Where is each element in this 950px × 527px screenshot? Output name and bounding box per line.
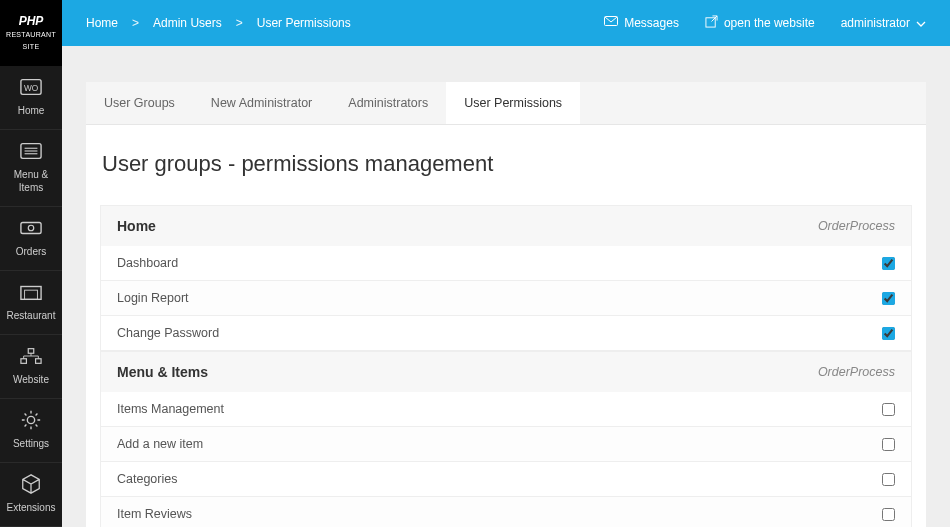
tabstrip: User Groups New Administrator Administra…: [86, 82, 926, 125]
perm-group-name: Menu & Items: [117, 364, 208, 380]
sitemap-icon: [20, 345, 42, 367]
topbar: Home > Admin Users > User Permissions Me…: [62, 0, 950, 46]
breadcrumb-sep: >: [236, 16, 243, 30]
sidebar-item-label: Restaurant: [7, 309, 56, 322]
perm-checkbox[interactable]: [882, 403, 895, 416]
perm-row: Item Reviews: [100, 497, 912, 527]
svg-rect-8: [21, 287, 41, 300]
breadcrumb: Home > Admin Users > User Permissions: [86, 16, 351, 30]
perm-label: Dashboard: [117, 256, 178, 270]
perm-group-column-label: OrderProcess: [818, 219, 895, 233]
perm-label: Categories: [117, 472, 177, 486]
perm-row: Add a new item: [100, 427, 912, 462]
sidebar: PHP RESTAURANT SITE WO Home Menu & Items…: [0, 0, 62, 527]
sidebar-item-home[interactable]: WO Home: [0, 66, 62, 130]
perm-checkbox[interactable]: [882, 327, 895, 340]
perm-group-name: Home: [117, 218, 156, 234]
perm-group-header: Home OrderProcess: [100, 205, 912, 246]
logo: PHP RESTAURANT SITE: [0, 0, 62, 66]
content: User Groups New Administrator Administra…: [62, 46, 950, 527]
svg-rect-6: [21, 223, 41, 234]
list-icon: [20, 140, 42, 162]
gear-icon: [20, 409, 42, 431]
topbar-right: Messages open the website administrator: [604, 15, 926, 31]
perm-row: Categories: [100, 462, 912, 497]
logo-subtitle: RESTAURANT SITE: [6, 31, 56, 50]
sidebar-item-label: Settings: [13, 437, 49, 450]
sidebar-item-extensions[interactable]: Extensions: [0, 463, 62, 527]
breadcrumb-home[interactable]: Home: [86, 16, 118, 30]
perm-row: Login Report: [100, 281, 912, 316]
sidebar-item-label: Menu & Items: [2, 168, 60, 194]
sidebar-item-label: Website: [13, 373, 49, 386]
perm-row: Dashboard: [100, 246, 912, 281]
building-icon: [20, 281, 42, 303]
svg-point-17: [27, 417, 34, 424]
svg-rect-9: [25, 291, 38, 300]
message-icon: [604, 16, 618, 31]
logo-title: PHP: [19, 14, 44, 28]
perm-checkbox[interactable]: [882, 257, 895, 270]
chevron-down-icon: [916, 16, 926, 30]
sidebar-item-menu-items[interactable]: Menu & Items: [0, 130, 62, 207]
perm-row: Change Password: [100, 316, 912, 351]
tab-user-groups[interactable]: User Groups: [86, 82, 193, 124]
svg-rect-11: [21, 359, 27, 364]
money-icon: [20, 217, 42, 239]
breadcrumb-user-permissions[interactable]: User Permissions: [257, 16, 351, 30]
tab-administrators[interactable]: Administrators: [330, 82, 446, 124]
perm-group-column-label: OrderProcess: [818, 365, 895, 379]
panel: User groups - permissions management Hom…: [86, 125, 926, 527]
tab-user-permissions[interactable]: User Permissions: [446, 82, 580, 124]
tab-new-administrator[interactable]: New Administrator: [193, 82, 330, 124]
svg-text:WO: WO: [24, 84, 39, 93]
open-website-label: open the website: [724, 16, 815, 30]
messages-label: Messages: [624, 16, 679, 30]
svg-point-7: [28, 226, 34, 232]
breadcrumb-admin-users[interactable]: Admin Users: [153, 16, 222, 30]
messages-link[interactable]: Messages: [604, 16, 679, 31]
page-title: User groups - permissions management: [100, 151, 912, 177]
sidebar-item-settings[interactable]: Settings: [0, 399, 62, 463]
perm-label: Change Password: [117, 326, 219, 340]
user-label: administrator: [841, 16, 910, 30]
perm-checkbox[interactable]: [882, 292, 895, 305]
external-link-icon: [705, 15, 718, 31]
sidebar-item-label: Orders: [16, 245, 47, 258]
breadcrumb-sep: >: [132, 16, 139, 30]
perm-checkbox[interactable]: [882, 508, 895, 521]
svg-rect-10: [28, 349, 34, 354]
sidebar-item-label: Home: [18, 104, 45, 117]
sidebar-item-label: Extensions: [7, 501, 56, 514]
cube-icon: [20, 473, 42, 495]
perm-label: Add a new item: [117, 437, 203, 451]
sidebar-item-orders[interactable]: Orders: [0, 207, 62, 271]
perm-label: Login Report: [117, 291, 189, 305]
perm-group-header: Menu & Items OrderProcess: [100, 351, 912, 392]
sidebar-item-restaurant[interactable]: Restaurant: [0, 271, 62, 335]
perm-label: Items Management: [117, 402, 224, 416]
svg-rect-12: [36, 359, 42, 364]
perm-label: Item Reviews: [117, 507, 192, 521]
dashboard-icon: WO: [20, 76, 42, 98]
sidebar-item-website[interactable]: Website: [0, 335, 62, 399]
perm-row: Items Management: [100, 392, 912, 427]
main: Home > Admin Users > User Permissions Me…: [62, 0, 950, 527]
perm-checkbox[interactable]: [882, 438, 895, 451]
perm-checkbox[interactable]: [882, 473, 895, 486]
user-menu[interactable]: administrator: [841, 16, 926, 30]
open-website-link[interactable]: open the website: [705, 15, 815, 31]
